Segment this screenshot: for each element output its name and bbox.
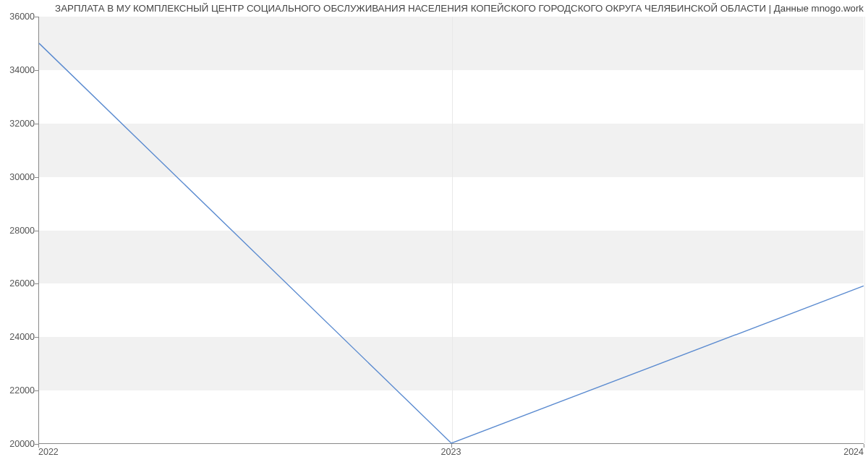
chart-title: ЗАРПЛАТА В МУ КОМПЛЕКСНЫЙ ЦЕНТР СОЦИАЛЬН…	[55, 3, 864, 14]
y-tick	[35, 283, 38, 284]
y-tick	[35, 70, 38, 71]
y-tick-label: 24000	[9, 332, 35, 342]
y-tick	[35, 177, 38, 178]
x-tick-label: 2023	[441, 447, 461, 457]
y-tick-label: 26000	[9, 278, 35, 289]
y-tick-label: 20000	[9, 439, 35, 449]
y-tick-label: 28000	[9, 226, 35, 236]
y-tick	[35, 124, 38, 124]
x-tick	[451, 444, 452, 448]
y-tick-label: 34000	[9, 65, 35, 75]
y-tick-label: 22000	[9, 385, 35, 396]
line-chart-svg	[39, 17, 864, 443]
x-tick-label: 2024	[843, 447, 864, 457]
x-tick	[38, 444, 39, 448]
y-tick	[35, 231, 38, 231]
y-tick-label: 32000	[9, 119, 35, 129]
x-tick	[864, 444, 864, 448]
x-tick-label: 2022	[38, 447, 59, 457]
y-tick-label: 36000	[9, 12, 35, 22]
line-series	[39, 43, 864, 443]
y-tick-label: 30000	[9, 172, 35, 182]
y-tick	[35, 17, 38, 17]
y-tick	[35, 337, 38, 338]
v-gridline	[864, 17, 865, 443]
plot-area	[38, 17, 864, 444]
y-tick	[35, 390, 38, 391]
